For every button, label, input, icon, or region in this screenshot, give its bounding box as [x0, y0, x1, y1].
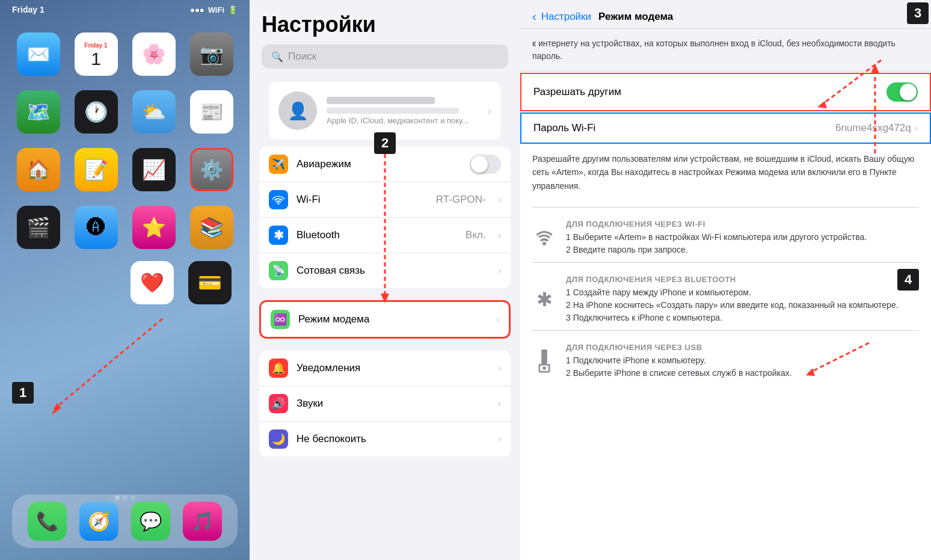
app-appstore[interactable]: 🅐 [75, 206, 118, 249]
wifi-conn-step1: 1 Выберите «Artem» в настройках Wi-Fi ко… [566, 231, 919, 244]
dock-safari[interactable]: 🧭 [79, 502, 118, 541]
hotspot-row[interactable]: ♾️ Режим модема › [259, 300, 511, 339]
status-icons: ●●● WiFi 🔋 [190, 5, 238, 14]
app-calendar[interactable]: Friday 1 1 [75, 32, 118, 76]
wifi-password-row[interactable]: Пароль Wi-Fi 6nume4sxg472q › [520, 112, 931, 144]
notifications-label: Уведомления [297, 362, 490, 374]
search-placeholder: Поиск [288, 51, 316, 63]
usb-conn-icon [532, 349, 556, 374]
wifi-icon [269, 190, 288, 209]
wifi-conn-icon [532, 226, 556, 250]
wifi-pw-chevron: › [915, 123, 918, 134]
profile-info: Apple ID, iCloud, медиаконтент и поку... [327, 97, 478, 125]
dock-messages[interactable]: 💬 [131, 502, 170, 541]
bt-conn-step2: 2 На iPhone коснитесь «Создать пару» или… [566, 299, 919, 312]
app-maps[interactable]: 🗺️ [17, 90, 60, 134]
bluetooth-icon: ✱ [269, 226, 288, 245]
profile-name-blur [327, 97, 435, 104]
app-health[interactable]: ❤️ [131, 261, 174, 304]
battery-icon: 🔋 [228, 5, 238, 14]
usb-conn-step2: 2 Выберите iPhone в списке сетевых служб… [566, 367, 919, 380]
app-stocks[interactable]: 📈 [132, 148, 176, 191]
search-icon: 🔍 [271, 51, 283, 63]
hotspot-content: к интернету на устройствах, на которых в… [520, 29, 931, 560]
airplane-icon: ✈️ [269, 155, 288, 174]
app-ibooks[interactable]: 📚 [190, 206, 233, 249]
hotspot-chevron: › [496, 314, 499, 325]
dnd-chevron: › [498, 434, 501, 445]
airplane-toggle-knob [471, 156, 488, 173]
signal-icon: ●●● [190, 5, 204, 14]
cellular-label: Сотовая связь [297, 265, 490, 277]
app-videos[interactable]: 🎬 [17, 206, 60, 249]
status-time: Friday 1 [12, 5, 45, 14]
app-mail[interactable]: ✉️ [17, 32, 60, 76]
dnd-icon: 🌙 [269, 429, 288, 449]
wifi-password-value: 6nume4sxg472q [835, 122, 911, 134]
wifi-chevron: › [498, 194, 501, 205]
nav-bar: ‹ Настройки Режим модема 3 [520, 0, 931, 29]
step4-container: 4 [897, 269, 919, 291]
app-camera[interactable]: 📷 [190, 32, 233, 76]
bt-conn-title: ДЛЯ ПОДКЛЮЧЕНИЯ ЧЕРЕЗ BLUETOOTH [566, 275, 919, 284]
hotspot-label: Режим модема [298, 313, 488, 325]
sounds-chevron: › [498, 398, 501, 409]
wifi-row[interactable]: Wi-Fi RT-GPON- › [259, 182, 511, 218]
step4-label: 4 [897, 269, 919, 291]
hotspot-settings-row[interactable]: ♾️ Режим модема › [261, 302, 509, 337]
divider-1 [532, 207, 919, 208]
wifi-value: RT-GPON- [436, 194, 486, 206]
wifi-status-icon: WiFi [208, 5, 224, 14]
notifications-row[interactable]: 🔔 Уведомления › [259, 351, 511, 386]
allow-others-row[interactable]: Разрешать другим [520, 73, 931, 111]
dnd-row[interactable]: 🌙 Не беспокоить › [259, 422, 511, 457]
app-news[interactable]: 📰 [190, 90, 233, 134]
nav-back-label[interactable]: Настройки [541, 11, 591, 23]
svg-rect-4 [541, 349, 547, 364]
cellular-row[interactable]: 📡 Сотовая связь › [259, 253, 511, 288]
app-notes[interactable]: 📝 [75, 148, 118, 191]
hotspot-icon: ♾️ [271, 310, 290, 329]
step1-label: 1 [12, 382, 34, 404]
nav-back-chevron: ‹ [532, 10, 536, 23]
settings-panel: Настройки 🔍 Поиск 👤 Apple ID, iCloud, ме… [250, 0, 520, 560]
app-weather[interactable]: ⛅ [132, 90, 176, 134]
dock-music[interactable]: 🎵 [183, 502, 222, 541]
wifi-conn-title: ДЛЯ ПОДКЛЮЧЕНИЯ ЧЕРЕЗ WI-FI [566, 220, 919, 229]
step2-label: 2 [374, 132, 396, 154]
app-wallet[interactable]: 💳 [188, 261, 232, 304]
allow-others-knob [900, 84, 917, 100]
dock: 📞 🧭 💬 🎵 [12, 494, 238, 548]
avatar: 👤 [278, 91, 317, 130]
settings-red-border [190, 148, 233, 191]
cellular-chevron: › [498, 265, 501, 276]
wifi-password-label: Пароль Wi-Fi [533, 122, 835, 134]
airplane-label: Авиарежим [297, 158, 461, 170]
app-photos[interactable]: 🌸 [132, 32, 176, 76]
divider-2 [532, 262, 919, 263]
bluetooth-row[interactable]: ✱ Bluetooth Вкл. › [259, 218, 511, 253]
settings-header: Настройки 🔍 Поиск [250, 0, 520, 75]
step3-label: 3 [907, 2, 929, 24]
notifications-chevron: › [498, 363, 501, 374]
app-clock[interactable]: 🕐 [75, 90, 118, 134]
cellular-icon: 📡 [269, 261, 288, 280]
app-itunes[interactable]: ⭐ [132, 206, 176, 249]
app-home[interactable]: 🏠 [17, 148, 60, 191]
profile-chevron: › [488, 105, 491, 117]
bluetooth-value: Вкл. [466, 229, 486, 241]
home-screen: Friday 1 ●●● WiFi 🔋 ✉️ Friday 1 1 🌸 📷 🗺️… [0, 0, 250, 560]
profile-row[interactable]: 👤 Apple ID, iCloud, медиаконтент и поку.… [269, 82, 501, 140]
settings-title: Настройки [262, 12, 508, 37]
airplane-toggle[interactable] [470, 155, 501, 174]
bt-conn-step1: 1 Создайте пару между iPhone и компьютер… [566, 286, 919, 299]
sounds-row[interactable]: 🔊 Звуки › [259, 386, 511, 422]
usb-conn-title: ДЛЯ ПОДКЛЮЧЕНИЯ ЧЕРЕЗ USB [566, 343, 919, 352]
profile-sub [327, 108, 459, 114]
connectivity-group: ✈️ Авиарежим Wi-Fi RT-GPON- › ✱ [259, 147, 511, 288]
app-settings[interactable]: ⚙️ [190, 148, 233, 191]
calendar-day: Friday 1 [84, 40, 107, 49]
search-bar[interactable]: 🔍 Поиск [262, 45, 508, 69]
dock-phone[interactable]: 📞 [28, 502, 67, 541]
allow-others-toggle[interactable] [886, 82, 918, 102]
